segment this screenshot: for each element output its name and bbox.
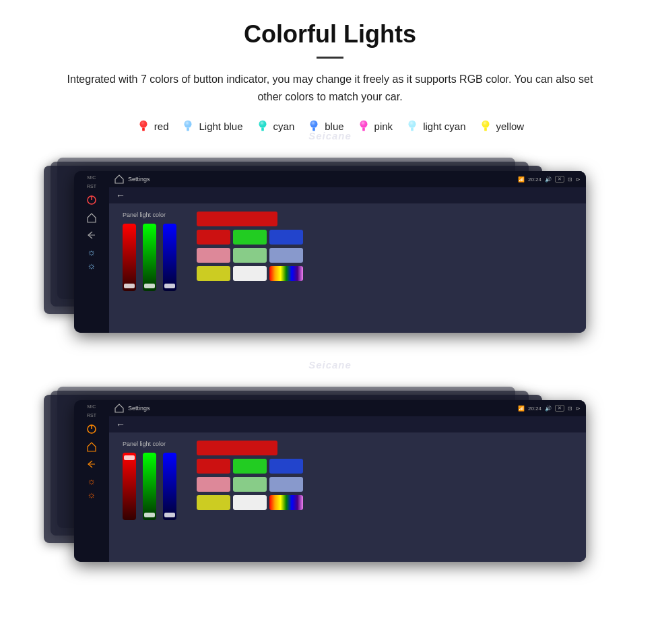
b-color-grid-section [197, 441, 303, 510]
page-title: Colorful Lights [27, 20, 633, 49]
b-slider-handle-blue [164, 513, 175, 517]
color-grid-row-1 [197, 212, 303, 226]
sidebar-home-icon [86, 212, 98, 224]
svg-rect-20 [484, 128, 487, 131]
bulb-icon-red [136, 119, 151, 133]
b-swatch-rainbow[interactable] [269, 495, 303, 510]
b-sidebar-minus-icon: ☼ [88, 489, 96, 500]
bulb-icon-yellow [478, 119, 493, 133]
b-swatch-full-red[interactable] [197, 441, 277, 455]
b-swatch-red[interactable] [197, 459, 230, 474]
b-slider-handle-green [144, 513, 155, 517]
topbar-time: 20:24 [528, 176, 541, 183]
slider-blue[interactable] [163, 224, 176, 291]
page-container: Colorful Lights Integrated with 7 colors… [0, 0, 660, 610]
swatch-red-sm[interactable] [197, 230, 230, 245]
b-slider-red[interactable] [123, 453, 136, 520]
svg-rect-14 [362, 128, 365, 131]
topbar-signal-icon: 📶 [518, 176, 525, 183]
topbar-left: Settings [114, 174, 150, 184]
b-swatch-ltgreen[interactable] [233, 477, 267, 492]
b-content-area: Panel light color [109, 432, 586, 562]
svg-point-12 [310, 121, 318, 128]
topbar-right: 📶 20:24 🔊 ✕ ⊡ ⊳ [518, 176, 581, 183]
sidebar-back-icon [86, 229, 98, 241]
b-slider-handle-red [124, 455, 135, 460]
swatch-rainbow-sm[interactable] [269, 266, 303, 281]
bulb-icon-lightblue [180, 119, 195, 133]
b-swatch-pink[interactable] [197, 477, 230, 492]
swatch-pink-sm[interactable] [197, 248, 230, 263]
b-slider-green[interactable] [143, 453, 156, 520]
swatch-ltgreen-sm[interactable] [233, 248, 267, 263]
b-swatch-white[interactable] [233, 495, 267, 510]
bulb-icon-pink [356, 119, 371, 133]
bulb-icon-cyan [255, 119, 270, 133]
b-topbar-signal: 📶 [518, 406, 525, 412]
b-sidebar-mic: MIC [88, 404, 96, 409]
b-sidebar-power-icon [86, 423, 98, 435]
sidebar-mic-label: MIC [88, 175, 96, 180]
color-item-lightcyan: light cyan [405, 119, 465, 133]
color-item-pink: pink [356, 119, 393, 133]
b-color-grid-row-4 [197, 495, 303, 510]
b-topbar-x[interactable]: ✕ [555, 405, 564, 412]
b-slider-blue[interactable] [163, 453, 176, 520]
color-item-yellow: yellow [478, 119, 525, 133]
swatch-blue-sm[interactable] [269, 230, 303, 245]
b-back-button[interactable]: ← [116, 419, 125, 430]
svg-rect-5 [187, 128, 190, 131]
color-label-pink: pink [374, 121, 393, 132]
watermark-top: Seicane [308, 130, 352, 141]
b-swatch-yellow[interactable] [197, 495, 230, 510]
b-topbar-vol: 🔊 [545, 406, 552, 412]
b-topbar-sq: ⊡ [568, 406, 572, 412]
b-sidebar-back-icon [86, 458, 98, 470]
color-sliders-section: Panel light color [123, 212, 176, 291]
panel-light-label: Panel light color [123, 212, 176, 218]
b-topbar-android: ⊳ [576, 406, 581, 412]
b-swatch-blue[interactable] [269, 459, 303, 474]
sidebar-rst-label: RST [87, 184, 96, 189]
b-swatch-green[interactable] [233, 459, 267, 474]
color-label-cyan: cyan [273, 121, 295, 132]
topbar-title: Settings [128, 176, 150, 183]
slider-handle-blue [164, 284, 175, 288]
topbar-x-btn[interactable]: ✕ [555, 176, 564, 183]
color-item-cyan: cyan [255, 119, 295, 133]
b-topbar-time: 20:24 [528, 406, 541, 412]
sidebar-power-icon [86, 194, 98, 206]
watermark-bottom: Seicane [308, 359, 352, 371]
b-sidebar-rst: RST [87, 413, 96, 418]
b-color-grid-row-2 [197, 459, 303, 474]
device-b-front: MIC RST ☼ ☼ Settings [74, 400, 586, 562]
device-b-screen: Settings 📶 20:24 🔊 ✕ ⊡ ⊳ ← [109, 400, 586, 562]
svg-rect-17 [411, 128, 414, 131]
color-grid-section [197, 212, 303, 281]
device-sidebar-left: MIC RST ☼ ☼ [74, 171, 109, 333]
b-swatch-ltblue[interactable] [269, 477, 303, 492]
slider-handle-red [124, 284, 135, 288]
sidebar-plus-icon: ☼ [88, 247, 96, 257]
top-device-group: MIC RST ☼ ☼ Settings [27, 152, 633, 354]
color-label-red: red [154, 121, 169, 132]
color-label-yellow: yellow [496, 121, 525, 132]
swatch-ltblue-sm[interactable] [269, 248, 303, 263]
slider-green[interactable] [143, 224, 156, 291]
svg-point-9 [259, 121, 266, 128]
swatch-full-red[interactable] [197, 212, 277, 226]
slider-red[interactable] [123, 224, 136, 291]
swatch-yellow-sm[interactable] [197, 266, 230, 281]
svg-point-6 [185, 121, 192, 128]
home-icon-topbar [114, 174, 124, 184]
svg-point-1 [139, 121, 147, 128]
b-panel-light-label: Panel light color [123, 441, 176, 447]
swatch-green-sm[interactable] [233, 230, 267, 245]
topbar-vol-icon: 🔊 [545, 176, 552, 183]
back-button[interactable]: ← [116, 190, 125, 201]
b-home-icon-topbar [114, 404, 124, 413]
swatch-white-sm[interactable] [233, 266, 267, 281]
b-navbar: ← [109, 416, 586, 432]
color-item-red: red [136, 119, 169, 133]
b-topbar-right: 📶 20:24 🔊 ✕ ⊡ ⊳ [518, 405, 581, 412]
